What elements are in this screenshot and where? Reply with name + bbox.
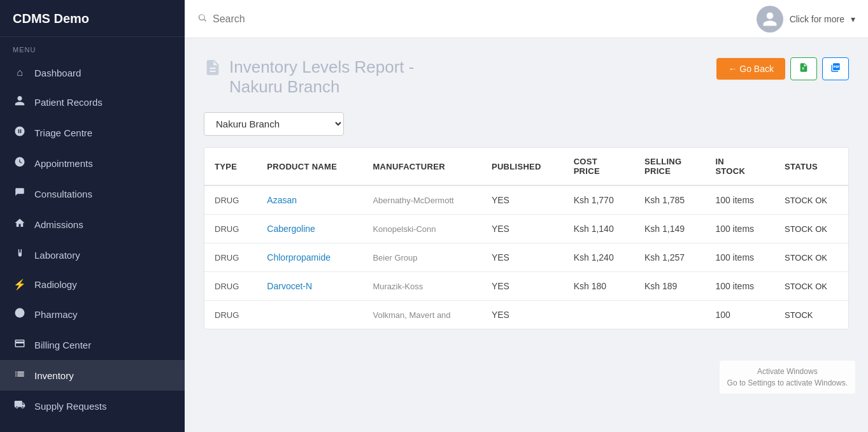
cell-manufacturer: Konopelski-Conn — [362, 215, 481, 243]
cell-cost-price: Ksh 1,770 — [564, 185, 634, 215]
cell-cost-price: Ksh 180 — [564, 272, 634, 301]
inventory-table-container: TYPE PRODUCT NAME MANUFACTURER PUBLISHED… — [204, 147, 849, 329]
menu-label: MENU — [0, 37, 185, 59]
cell-manufacturer: Murazik-Koss — [362, 272, 481, 301]
cell-published: YES — [481, 301, 564, 329]
cell-type: DRUG — [204, 243, 257, 272]
sidebar-item-label: Consultations — [34, 189, 92, 199]
cell-selling-price: Ksh 189 — [634, 272, 705, 301]
patient-records-icon — [13, 95, 27, 109]
cell-type: DRUG — [204, 185, 257, 215]
sidebar-item-label: Pharmacy — [34, 309, 78, 320]
sidebar-item-supply-requests[interactable]: Supply Requests — [0, 391, 185, 421]
user-avatar[interactable] — [757, 6, 783, 32]
cell-type: DRUG — [204, 215, 257, 243]
cell-status: STOCK — [774, 301, 848, 329]
cell-cost-price: Ksh 1,140 — [564, 215, 634, 243]
inventory-icon — [13, 368, 27, 382]
page-title-wrap: Inventory Levels Report - Nakuru Branch — [204, 57, 414, 97]
cell-product-name: Cabergoline — [257, 215, 362, 243]
col-published: PUBLISHED — [481, 148, 564, 185]
sidebar-item-consultations[interactable]: Consultations — [0, 178, 185, 209]
table-body: DRUG Azasan Abernathy-McDermott YES Ksh … — [204, 185, 848, 329]
sidebar-item-patient-records[interactable]: Patient Records — [0, 87, 185, 117]
table-row: DRUG Volkman, Mavert and YES 100 STOCK — [204, 301, 848, 329]
svg-point-0 — [15, 308, 25, 318]
sidebar: CDMS Demo MENU ⌂ Dashboard Patient Recor… — [0, 0, 185, 432]
cell-published: YES — [481, 185, 564, 215]
sidebar-item-label: Appointments — [34, 158, 93, 169]
cell-in-stock: 100 items — [705, 185, 774, 215]
col-status: STATUS — [774, 148, 848, 185]
branch-selector[interactable]: Nakuru Branch Nairobi Branch Mombasa Bra… — [204, 112, 344, 136]
page-title-icon — [204, 59, 222, 81]
sidebar-item-triage-centre[interactable]: Triage Centre — [0, 117, 185, 148]
col-manufacturer: MANUFACTURER — [362, 148, 481, 185]
sidebar-item-label: Patient Records — [34, 97, 103, 108]
cell-published: YES — [481, 215, 564, 243]
sidebar-item-billing-center[interactable]: Billing Center — [0, 329, 185, 360]
sidebar-item-laboratory[interactable]: Laboratory — [0, 240, 185, 270]
triage-icon — [13, 126, 27, 140]
cell-selling-price: Ksh 1,785 — [634, 185, 705, 215]
sidebar-item-label: Laboratory — [34, 250, 80, 261]
chevron-down-icon[interactable]: ▾ — [851, 14, 855, 24]
cell-selling-price — [634, 301, 705, 329]
topbar-right: Click for more ▾ — [757, 6, 855, 32]
radiology-icon: ⚡ — [13, 278, 27, 291]
pharmacy-icon — [13, 307, 27, 321]
sidebar-item-label: Radiology — [34, 279, 77, 290]
sidebar-item-label: Triage Centre — [34, 127, 92, 138]
sidebar-item-label: Admissions — [34, 219, 83, 230]
go-back-button[interactable]: ← Go Back — [716, 58, 785, 80]
cell-status: STOCK OK — [774, 272, 848, 301]
sidebar-item-admissions[interactable]: Admissions — [0, 209, 185, 240]
supply-requests-icon — [13, 399, 27, 413]
sidebar-item-pharmacy[interactable]: Pharmacy — [0, 299, 185, 329]
page-header: Inventory Levels Report - Nakuru Branch … — [204, 57, 849, 97]
topbar: Click for more ▾ — [185, 0, 868, 38]
admissions-icon — [13, 217, 27, 231]
cell-manufacturer: Volkman, Mavert and — [362, 301, 481, 329]
col-selling-price: SELLINGPRICE — [634, 148, 705, 185]
sidebar-item-radiology[interactable]: ⚡ Radiology — [0, 270, 185, 299]
cell-published: YES — [481, 272, 564, 301]
consultations-icon — [13, 187, 27, 201]
header-actions: ← Go Back — [716, 57, 849, 80]
cell-manufacturer: Beier Group — [362, 243, 481, 272]
inventory-table: TYPE PRODUCT NAME MANUFACTURER PUBLISHED… — [204, 148, 848, 329]
cell-type: DRUG — [204, 301, 257, 329]
click-for-more-label[interactable]: Click for more — [790, 14, 844, 24]
cell-in-stock: 100 items — [705, 243, 774, 272]
appointments-icon — [13, 156, 27, 170]
table-row: DRUG Azasan Abernathy-McDermott YES Ksh … — [204, 185, 848, 215]
dashboard-icon: ⌂ — [13, 67, 27, 78]
cell-type: DRUG — [204, 272, 257, 301]
cell-manufacturer: Abernathy-McDermott — [362, 185, 481, 215]
page-title: Inventory Levels Report - Nakuru Branch — [229, 57, 414, 97]
cell-cost-price — [564, 301, 634, 329]
col-cost-price: COSTPRICE — [564, 148, 634, 185]
cell-product-name: Darvocet-N — [257, 272, 362, 301]
sidebar-item-inventory[interactable]: Inventory — [0, 360, 185, 391]
sidebar-item-dashboard[interactable]: ⌂ Dashboard — [0, 59, 185, 87]
cell-published: YES — [481, 243, 564, 272]
sidebar-item-label: Inventory — [34, 370, 74, 381]
cell-status: STOCK OK — [774, 243, 848, 272]
sidebar-item-label: Billing Center — [34, 340, 91, 350]
sidebar-item-appointments[interactable]: Appointments — [0, 148, 185, 178]
activate-windows-watermark: Activate Windows Go to Settings to activ… — [720, 361, 855, 394]
excel-export-button[interactable] — [790, 57, 817, 80]
cell-in-stock: 100 items — [705, 272, 774, 301]
col-type: TYPE — [204, 148, 257, 185]
sidebar-item-label: Supply Requests — [34, 401, 106, 412]
pdf-export-button[interactable] — [822, 57, 849, 80]
sidebar-item-label: Dashboard — [34, 68, 81, 78]
table-row: DRUG Chlorpropamide Beier Group YES Ksh … — [204, 243, 848, 272]
col-product-name: PRODUCT NAME — [257, 148, 362, 185]
laboratory-icon — [13, 248, 27, 262]
search-container — [197, 13, 757, 25]
search-icon — [197, 13, 208, 25]
cell-product-name — [257, 301, 362, 329]
search-input[interactable] — [213, 13, 340, 25]
